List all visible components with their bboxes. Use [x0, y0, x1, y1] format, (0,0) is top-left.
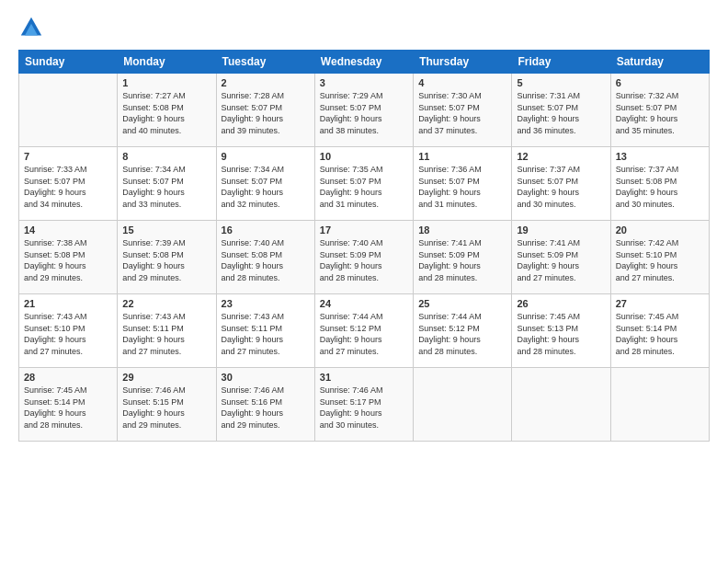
calendar-cell: 10Sunrise: 7:35 AM Sunset: 5:07 PM Dayli… [314, 147, 413, 221]
header-row: SundayMondayTuesdayWednesdayThursdayFrid… [19, 51, 710, 74]
calendar-cell: 21Sunrise: 7:43 AM Sunset: 5:10 PM Dayli… [19, 294, 118, 368]
calendar-week-row: 28Sunrise: 7:45 AM Sunset: 5:14 PM Dayli… [19, 368, 710, 442]
calendar-cell: 19Sunrise: 7:41 AM Sunset: 5:09 PM Dayli… [512, 221, 610, 294]
cell-info: Sunrise: 7:46 AM Sunset: 5:15 PM Dayligh… [122, 385, 210, 431]
calendar-cell: 18Sunrise: 7:41 AM Sunset: 5:09 PM Dayli… [414, 221, 512, 294]
calendar-cell [414, 368, 512, 442]
calendar-header: SundayMondayTuesdayWednesdayThursdayFrid… [19, 51, 710, 74]
calendar-week-row: 1Sunrise: 7:27 AM Sunset: 5:08 PM Daylig… [19, 74, 710, 147]
day-number: 17 [320, 224, 408, 236]
calendar-cell: 23Sunrise: 7:43 AM Sunset: 5:11 PM Dayli… [216, 294, 314, 368]
calendar-cell: 29Sunrise: 7:46 AM Sunset: 5:15 PM Dayli… [118, 368, 216, 442]
calendar-cell: 15Sunrise: 7:39 AM Sunset: 5:08 PM Dayli… [118, 221, 216, 294]
cell-info: Sunrise: 7:32 AM Sunset: 5:07 PM Dayligh… [616, 90, 704, 136]
day-number: 24 [320, 298, 408, 309]
cell-info: Sunrise: 7:29 AM Sunset: 5:07 PM Dayligh… [320, 90, 408, 136]
day-number: 23 [222, 298, 310, 309]
cell-info: Sunrise: 7:45 AM Sunset: 5:13 PM Dayligh… [517, 311, 605, 357]
header-day: Wednesday [314, 51, 413, 74]
day-number: 3 [320, 77, 408, 88]
calendar-cell: 20Sunrise: 7:42 AM Sunset: 5:10 PM Dayli… [610, 221, 709, 294]
day-number: 18 [418, 224, 506, 236]
cell-info: Sunrise: 7:40 AM Sunset: 5:09 PM Dayligh… [320, 237, 408, 283]
cell-info: Sunrise: 7:43 AM Sunset: 5:11 PM Dayligh… [222, 311, 310, 357]
calendar-cell: 25Sunrise: 7:44 AM Sunset: 5:12 PM Dayli… [414, 294, 512, 368]
logo [18, 15, 48, 40]
calendar-cell: 26Sunrise: 7:45 AM Sunset: 5:13 PM Dayli… [512, 294, 610, 368]
day-number: 19 [517, 224, 605, 236]
cell-info: Sunrise: 7:45 AM Sunset: 5:14 PM Dayligh… [24, 385, 112, 431]
calendar-cell: 1Sunrise: 7:27 AM Sunset: 5:08 PM Daylig… [118, 74, 216, 147]
calendar-cell: 12Sunrise: 7:37 AM Sunset: 5:07 PM Dayli… [512, 147, 610, 221]
cell-info: Sunrise: 7:36 AM Sunset: 5:07 PM Dayligh… [418, 164, 506, 210]
cell-info: Sunrise: 7:31 AM Sunset: 5:07 PM Dayligh… [517, 90, 605, 136]
day-number: 22 [122, 298, 210, 309]
cell-info: Sunrise: 7:42 AM Sunset: 5:10 PM Dayligh… [616, 237, 704, 283]
cell-info: Sunrise: 7:46 AM Sunset: 5:16 PM Dayligh… [222, 385, 310, 431]
calendar-cell [19, 74, 118, 147]
cell-info: Sunrise: 7:30 AM Sunset: 5:07 PM Dayligh… [418, 90, 506, 136]
calendar-week-row: 14Sunrise: 7:38 AM Sunset: 5:08 PM Dayli… [19, 221, 710, 294]
day-number: 1 [122, 77, 210, 88]
calendar-cell: 3Sunrise: 7:29 AM Sunset: 5:07 PM Daylig… [314, 74, 413, 147]
calendar-cell: 16Sunrise: 7:40 AM Sunset: 5:08 PM Dayli… [216, 221, 314, 294]
calendar-cell: 27Sunrise: 7:45 AM Sunset: 5:14 PM Dayli… [610, 294, 709, 368]
cell-info: Sunrise: 7:37 AM Sunset: 5:08 PM Dayligh… [616, 164, 704, 210]
day-number: 30 [222, 372, 310, 383]
cell-info: Sunrise: 7:28 AM Sunset: 5:07 PM Dayligh… [222, 90, 310, 136]
day-number: 6 [616, 77, 704, 88]
day-number: 25 [418, 298, 506, 309]
day-number: 13 [616, 151, 704, 162]
cell-info: Sunrise: 7:41 AM Sunset: 5:09 PM Dayligh… [418, 237, 506, 283]
cell-info: Sunrise: 7:44 AM Sunset: 5:12 PM Dayligh… [418, 311, 506, 357]
logo-icon [18, 15, 44, 40]
header-day: Tuesday [216, 51, 314, 74]
cell-info: Sunrise: 7:43 AM Sunset: 5:11 PM Dayligh… [122, 311, 210, 357]
calendar-cell: 11Sunrise: 7:36 AM Sunset: 5:07 PM Dayli… [414, 147, 512, 221]
calendar-cell [610, 368, 709, 442]
calendar-cell: 6Sunrise: 7:32 AM Sunset: 5:07 PM Daylig… [610, 74, 709, 147]
header-day: Saturday [610, 51, 709, 74]
cell-info: Sunrise: 7:46 AM Sunset: 5:17 PM Dayligh… [320, 385, 408, 431]
cell-info: Sunrise: 7:38 AM Sunset: 5:08 PM Dayligh… [24, 237, 112, 283]
cell-info: Sunrise: 7:37 AM Sunset: 5:07 PM Dayligh… [517, 164, 605, 210]
header-day: Friday [512, 51, 610, 74]
day-number: 8 [122, 151, 210, 162]
header [18, 15, 710, 40]
day-number: 29 [122, 372, 210, 383]
header-day: Thursday [414, 51, 512, 74]
cell-info: Sunrise: 7:39 AM Sunset: 5:08 PM Dayligh… [122, 237, 210, 283]
day-number: 9 [222, 151, 310, 162]
day-number: 14 [24, 224, 112, 236]
calendar-cell: 8Sunrise: 7:34 AM Sunset: 5:07 PM Daylig… [118, 147, 216, 221]
calendar-cell: 4Sunrise: 7:30 AM Sunset: 5:07 PM Daylig… [414, 74, 512, 147]
calendar-cell [512, 368, 610, 442]
cell-info: Sunrise: 7:34 AM Sunset: 5:07 PM Dayligh… [222, 164, 310, 210]
day-number: 31 [320, 372, 408, 383]
calendar-cell: 22Sunrise: 7:43 AM Sunset: 5:11 PM Dayli… [118, 294, 216, 368]
calendar-body: 1Sunrise: 7:27 AM Sunset: 5:08 PM Daylig… [19, 74, 710, 442]
calendar-cell: 14Sunrise: 7:38 AM Sunset: 5:08 PM Dayli… [19, 221, 118, 294]
day-number: 20 [616, 224, 704, 236]
cell-info: Sunrise: 7:43 AM Sunset: 5:10 PM Dayligh… [24, 311, 112, 357]
day-number: 21 [24, 298, 112, 309]
calendar-cell: 9Sunrise: 7:34 AM Sunset: 5:07 PM Daylig… [216, 147, 314, 221]
cell-info: Sunrise: 7:35 AM Sunset: 5:07 PM Dayligh… [320, 164, 408, 210]
day-number: 5 [517, 77, 605, 88]
day-number: 28 [24, 372, 112, 383]
calendar-cell: 5Sunrise: 7:31 AM Sunset: 5:07 PM Daylig… [512, 74, 610, 147]
cell-info: Sunrise: 7:45 AM Sunset: 5:14 PM Dayligh… [616, 311, 704, 357]
page: SundayMondayTuesdayWednesdayThursdayFrid… [0, 0, 728, 563]
calendar-cell: 30Sunrise: 7:46 AM Sunset: 5:16 PM Dayli… [216, 368, 314, 442]
cell-info: Sunrise: 7:44 AM Sunset: 5:12 PM Dayligh… [320, 311, 408, 357]
header-day: Monday [118, 51, 216, 74]
cell-info: Sunrise: 7:40 AM Sunset: 5:08 PM Dayligh… [222, 237, 310, 283]
cell-info: Sunrise: 7:41 AM Sunset: 5:09 PM Dayligh… [517, 237, 605, 283]
calendar-week-row: 21Sunrise: 7:43 AM Sunset: 5:10 PM Dayli… [19, 294, 710, 368]
calendar-cell: 2Sunrise: 7:28 AM Sunset: 5:07 PM Daylig… [216, 74, 314, 147]
calendar-cell: 31Sunrise: 7:46 AM Sunset: 5:17 PM Dayli… [314, 368, 413, 442]
day-number: 2 [222, 77, 310, 88]
calendar-table: SundayMondayTuesdayWednesdayThursdayFrid… [18, 50, 710, 442]
calendar-cell: 17Sunrise: 7:40 AM Sunset: 5:09 PM Dayli… [314, 221, 413, 294]
calendar-cell: 7Sunrise: 7:33 AM Sunset: 5:07 PM Daylig… [19, 147, 118, 221]
